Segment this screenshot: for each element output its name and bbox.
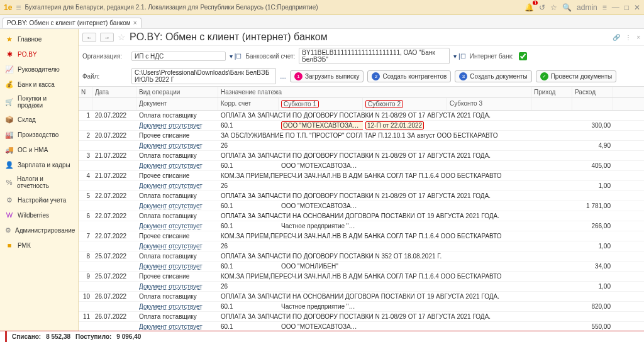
org-input[interactable]: ИП с НДС [131,52,226,61]
nav-label: Администрирование [15,227,75,234]
sidebar-item-банк-и-касса[interactable]: 💰Банк и касса [0,77,78,92]
doc-missing-link[interactable]: Документ отсутствует [139,122,203,129]
ibank-checkbox[interactable] [519,52,527,60]
sidebar-item-ос-и-нма[interactable]: 🚚ОС и НМА [0,142,78,157]
maximize-icon[interactable]: □ [625,3,629,12]
sidebar-item-администрирование[interactable]: ⚙Администрирование [0,223,78,238]
nav-label: Зарплата и кадры [18,162,70,168]
doc-missing-link[interactable]: Документ отсутствует [139,303,203,310]
doc-missing-link[interactable]: Документ отсутствует [139,223,203,229]
title-bar: 1e ≡ Бухгалтерия для Беларуси, редакция … [0,0,644,15]
table-row[interactable]: 622.07.2022Оплата поставщикуОПЛАТА ЗА ЗА… [79,211,644,221]
table-row-sub[interactable]: Документ отсутствует60.1ООО "МОТЕХСАВТОЗ… [79,161,644,171]
nav-label: PO.BY [18,51,37,58]
sidebar-item-зарплата-и-кадры[interactable]: 👤Зарплата и кадры [0,157,78,172]
sidebar-item-производство[interactable]: 🏭Производство [0,127,78,142]
grid-header-1: N Дата Вид операции Назначение платежа П… [79,87,644,98]
table-row-sub[interactable]: Документ отсутствует60.1ООО "МОТЕХСАВТОЗ… [79,201,644,211]
table-row[interactable]: 522.07.2022Оплата поставщикуОПЛАТА ЗА ЗА… [79,191,644,201]
sidebar-item-рмк[interactable]: ■РМК [0,238,78,253]
btn-contragents[interactable]: 2Создать контрагентов [367,70,451,82]
tab-label: PO.BY: Обмен с клиент (интернет) банком [7,19,131,26]
table-row[interactable]: 1126.07.2022Оплата поставщикуОПЛАТА ЗА З… [79,312,644,322]
more-icon[interactable]: ⋮ [625,34,631,41]
sub2-header-highlight: Субконто 2 [365,100,403,108]
table-row-sub[interactable]: Документ отсутствует60.1Частное предприя… [79,221,644,231]
minimize-icon[interactable]: — [612,3,619,12]
sidebar-item-po.by[interactable]: ✱PO.BY [0,47,78,62]
favorite-icon[interactable]: ☆ [118,32,126,42]
table-row-sub[interactable]: Документ отсутствует261,00 [79,282,644,292]
table-row[interactable]: 220.07.2022Прочее списаниеЗА ОБСЛУЖИВАНИ… [79,131,644,141]
bank-input[interactable]: BY11BELB1111111111111111111, ОАО "Банк Б… [299,48,450,64]
table-row[interactable]: 1026.07.2022Оплата поставщикуОПЛАТА ЗА З… [79,292,644,302]
file-picker[interactable]: … [280,73,286,80]
doc-missing-link[interactable]: Документ отсутствует [139,142,203,149]
sidebar-item-главное[interactable]: ★Главное [0,31,78,47]
org-picker[interactable]: ▾ |☐ [230,53,242,60]
history-icon[interactable]: ↺ [539,3,545,12]
page-title: PO.BY: Обмен с клиент (интернет) банком [130,31,328,43]
tab-close-icon[interactable]: × [133,19,137,26]
btn-post[interactable]: ✓Провести документы [536,70,617,82]
btn-load[interactable]: 1Загрузить выписку [290,70,364,82]
org-label: Организация: [82,53,128,60]
sidebar-item-wildberries[interactable]: WWildberries [0,207,78,223]
table-row-sub[interactable]: Документ отсутствует60.1ООО "МОТЕХСАВТОЗ… [79,322,644,331]
nav-label: РМК [18,242,31,249]
page-close-icon[interactable]: × [636,34,640,41]
nav-label: Покупки и продажи [18,95,73,109]
bank-picker[interactable]: ▾ |☐ [453,53,465,60]
page-toolbar: ← → ☆ PO.BY: Обмен с клиент (интернет) б… [79,29,644,46]
table-row-sub[interactable]: Документ отсутствует261,00 [79,181,644,191]
table-row[interactable]: 321.07.2022Оплата поставщикуОПЛАТА ЗА ЗА… [79,151,644,161]
sidebar-item-руководителю[interactable]: 📈Руководителю [0,62,78,77]
doc-missing-link[interactable]: Документ отсутствует [139,243,203,250]
nav-icon: W [5,211,14,219]
table-row[interactable]: 825.07.2022Оплата поставщикуОПЛАТА ЗА ЗА… [79,251,644,262]
nav-forward[interactable]: → [100,33,114,42]
nav-icon: 👤 [5,160,14,169]
bell-icon[interactable]: 🔔1 [525,3,534,12]
table-row[interactable]: 421.07.2022Прочее списаниеКОМ.ЗА ПРИЕМ,П… [79,171,644,181]
doc-missing-link[interactable]: Документ отсутствует [139,162,203,169]
app-title: Бухгалтерия для Беларуси, редакция 2.1. … [25,4,318,11]
table-row-sub[interactable]: Документ отсутствует60.1ООО "МОТЕХСАВТОЗ… [79,121,644,131]
grid[interactable]: N Дата Вид операции Назначение платежа П… [79,86,644,331]
doc-missing-link[interactable]: Документ отсутствует [139,283,203,290]
doc-missing-link[interactable]: Документ отсутствует [139,202,203,209]
sidebar-item-налоги-и-отчетность[interactable]: %Налоги и отчетность [0,172,78,192]
btn-documents[interactable]: 3Создать документы [455,70,531,82]
in-value: 9 096,40 [116,333,141,340]
doc-missing-link[interactable]: Документ отсутствует [139,323,203,330]
nav-icon: ⚙ [5,196,14,204]
table-row-sub[interactable]: Документ отсутствует261,00 [79,241,644,251]
user-name[interactable]: admin [577,3,597,12]
nav-icon: 📦 [5,115,14,124]
settings-icon[interactable]: ≡ [602,3,607,12]
menu-icon[interactable]: ≡ [16,3,21,13]
sidebar-item-покупки-и-продажи[interactable]: 🛒Покупки и продажи [0,92,78,112]
nav-icon: % [5,178,13,187]
table-row-sub[interactable]: Документ отсутствует60.1ООО "МОНЛИБЕН"34… [79,262,644,272]
doc-missing-link[interactable]: Документ отсутствует [139,182,203,189]
sidebar-item-настройки-учета[interactable]: ⚙Настройки учета [0,192,78,207]
star-icon[interactable]: ☆ [550,3,557,12]
search-icon[interactable]: 🔍 [562,3,572,12]
table-row[interactable]: 925.07.2022Прочее списаниеКОМ.ЗА ПРИЕМ,П… [79,272,644,282]
sidebar-item-склад[interactable]: 📦Склад [0,112,78,127]
table-row-sub[interactable]: Документ отсутствует60.1Частное предприя… [79,302,644,312]
nav-icon: ★ [5,35,14,43]
link-icon[interactable]: 🔗 [613,34,620,41]
close-icon[interactable]: ✕ [634,3,640,12]
doc-missing-link[interactable]: Документ отсутствует [139,263,203,270]
logo-1c: 1e [4,3,12,12]
nav-icon: 🛒 [5,97,14,106]
tab-poby[interactable]: PO.BY: Обмен с клиент (интернет) банком … [3,18,142,28]
sub1-header-highlight: Субконто 1 [281,100,319,108]
table-row[interactable]: 120.07.2022Оплата поставщикуОПЛАТА ЗА ЗА… [79,111,644,121]
table-row-sub[interactable]: Документ отсутствует264,90 [79,141,644,151]
nav-back[interactable]: ← [82,33,96,42]
table-row[interactable]: 722.07.2022Прочее списаниеКОМ.ЗА ПРИЕМ,П… [79,231,644,241]
file-input[interactable]: C:\Users\Professional\Downloads\Банк Бел… [131,68,276,84]
